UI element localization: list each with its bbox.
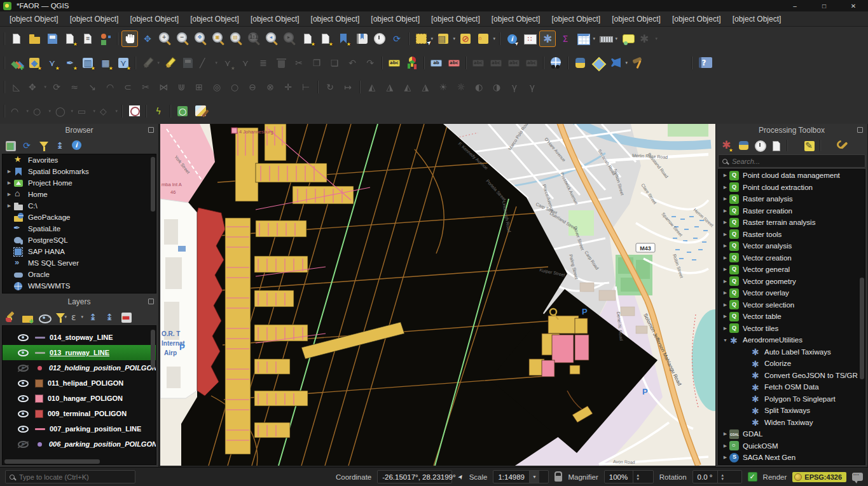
zoom-in[interactable]: + ▾ [157,30,174,47]
toolbar-button[interactable]: ▾ [464,55,469,71]
processing-item[interactable]: ▶ SAGA Next Gen [719,452,865,464]
new-map-view[interactable]: ★ ▾ [300,30,316,47]
split-features[interactable]: ✂ ▾ [137,79,154,95]
processing-item[interactable]: ▼ AerodromeUtilities [719,334,865,346]
digitize-rectangle[interactable]: ▭ ▾ [75,103,96,119]
merge-attributes[interactable]: ⊞ ▾ [191,79,207,95]
processing-item[interactable]: ▶ Vector geometry [719,276,865,288]
browser-item[interactable]: ▶ Project Home [3,177,156,189]
digitize-circle[interactable]: ○ ▾ [31,103,52,119]
processing-item[interactable]: ▶ Vector general [719,264,865,276]
toolbar-button[interactable]: ▾ [380,55,385,71]
extent-toggle-icon[interactable]: ➤ [457,473,465,481]
map-tips[interactable]: ▾ [619,30,636,47]
expand-arrow-icon[interactable]: ▶ [721,255,729,260]
help[interactable]: ? ▾ [696,55,712,71]
fill-ring[interactable]: ◎ ▾ [209,79,225,95]
expand-arrow-icon[interactable]: ▶ [721,302,729,307]
show-layout-manager[interactable]: ≣ ▾ [79,30,96,47]
processing-item[interactable]: ▶ GDAL [719,428,865,440]
menu-item[interactable]: [object Object] [365,13,425,25]
map-canvas[interactable]: M43 O.R. T Internat Airp P P P York Stre… [160,124,715,466]
filter-browser[interactable]: ▾ [36,138,51,153]
processing-item[interactable]: ▶ Vector analysis [719,240,865,252]
locator-box[interactable] [5,470,135,483]
menu-item[interactable]: [object Object] [425,13,486,25]
maximize-button[interactable]: □ [809,0,839,11]
processing-item[interactable]: ▶ QuickOSM [719,440,865,452]
processing-item[interactable]: ▶ Vector creation [719,252,865,264]
spin-arrows-icon[interactable]: ▲▼ [717,471,724,483]
delete-part[interactable]: ⊗ ▾ [262,79,279,95]
increase-brightness[interactable]: ☀ ▾ [435,79,451,95]
layer-row[interactable]: 010_hangar_POLIGON [3,391,156,406]
merge-features[interactable]: ⋓ ▾ [173,79,189,95]
expand-arrow-icon[interactable]: ▶ [721,243,729,248]
local-histogram-stretch[interactable]: ◭ ▾ [364,79,380,95]
scale-combo[interactable]: 1:14989 ▼ [493,470,549,483]
expand-arrow-icon[interactable]: ▶ [721,314,729,319]
processing-item[interactable]: Auto Label Taxiways [719,346,865,358]
zoom-native[interactable]: 1:1 ▾ [246,30,263,47]
cut-features[interactable]: ✂ ▾ [291,55,307,71]
expand-arrow-icon[interactable]: ▶ [721,173,729,178]
build-tool[interactable]: ▾ [630,55,646,71]
statistical-summary[interactable]: ∷ ▾ [521,30,538,47]
layer-visibility-eye-icon[interactable] [18,365,29,372]
highlight-pinned-labels[interactable]: abc ▾ [446,55,462,71]
paste-features[interactable]: ❏ ▾ [326,55,343,71]
new-shapefile-layer[interactable]: ⋎ ★ ▾ [44,55,60,71]
toolbar-button[interactable]: ▾ [689,55,694,71]
expand-arrow-icon[interactable]: ▶ [721,290,729,295]
layer-visibility-eye-icon[interactable] [18,426,29,433]
browser-item[interactable]: WMS/WMTS [3,280,156,292]
scale-feature[interactable]: ↘ ▾ [84,79,100,95]
processing-scrollbar[interactable] [860,278,864,379]
layer-row[interactable]: 011_helipad_POLIGON [3,375,156,391]
menu-item[interactable]: [object Object] [184,13,245,25]
cad-tools[interactable]: ◺ ▾ [8,79,25,95]
toggle-editing[interactable]: ▾ [162,55,178,71]
history[interactable]: ▾ [752,138,767,153]
menu-item[interactable]: [object Object] [606,13,666,25]
processing-item[interactable]: ▶ Raster analysis [719,193,865,205]
digitize-with-segment[interactable]: ╱ ▾ [197,55,218,71]
dock-float-icon[interactable] [857,127,863,133]
deselect-features[interactable]: ⊘ ▾ [457,30,474,47]
toolbar-button[interactable]: ▾ [144,103,149,119]
zoom-to-selection[interactable]: ▣ ▾ [210,30,227,47]
expand-arrow-icon[interactable]: ▶ [5,169,13,174]
osm-map-edit[interactable]: ▾ [192,103,209,119]
expand-arrow-icon[interactable]: ▶ [721,443,729,449]
add-selected-layers[interactable]: ▦ ▾ [3,138,18,153]
new-spatialite-layer[interactable]: ✒ ★ ▾ [62,55,78,71]
current-edits[interactable]: ▾ [139,55,160,71]
expand-arrow-icon[interactable]: ▶ [721,220,729,225]
full-histogram-stretch[interactable]: ◮ ▾ [382,79,398,95]
layer-visibility-eye-icon[interactable] [18,410,29,417]
redo[interactable]: ↷ ▾ [362,55,378,71]
identify-features[interactable]: i ▾ [504,30,520,47]
layer-row[interactable]: 009_terminal_POLIGON [3,406,156,421]
collapse-all[interactable]: ↨ ▾ [52,138,67,153]
save-layer-edits[interactable]: ▾ [179,55,196,71]
vertex-editor[interactable]: ✛ ▾ [280,79,296,95]
copy-features[interactable]: ❐ ▾ [308,55,325,71]
layer-row[interactable]: 014_stopway_LINE [3,330,156,345]
panel-tool-button[interactable]: ▾ [785,138,800,153]
increase-contrast[interactable]: ◐ ▾ [471,79,487,95]
layer-visibility-eye-icon[interactable] [18,349,29,356]
menu-item[interactable]: [object Object] [666,13,727,25]
full-cumulative-stretch[interactable]: ◮ ▾ [417,79,434,95]
expand-arrow-icon[interactable]: ▶ [721,267,729,272]
toolbar-button[interactable]: ▾ [315,79,320,95]
zoom-to-layer[interactable]: ▤ ▾ [228,30,245,47]
decrease-saturation[interactable]: γ ▾ [524,79,541,95]
processing-item[interactable]: ▶ Vector tiles [719,323,865,335]
show-hidden-labels[interactable]: abc ▾ [470,55,486,71]
pan-to-selection[interactable]: ✥ ▾ [139,30,156,47]
offset-point-symbols[interactable]: ↦ ▾ [340,79,356,95]
render-checkbox[interactable]: ✓ [748,472,757,482]
increase-saturation[interactable]: γ ▾ [506,79,523,95]
toolbar-button[interactable]: ▾ [133,55,138,71]
